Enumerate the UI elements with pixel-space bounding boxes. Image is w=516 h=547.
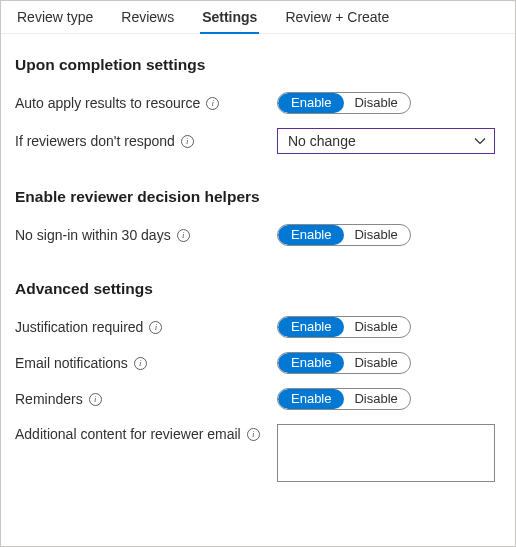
row-auto-apply: Auto apply results to resource Enable Di… — [15, 92, 501, 114]
info-icon[interactable] — [177, 229, 190, 242]
section-helpers-title: Enable reviewer decision helpers — [15, 188, 501, 206]
row-email-notif: Email notifications Enable Disable — [15, 352, 501, 374]
row-reminders: Reminders Enable Disable — [15, 388, 501, 410]
info-icon[interactable] — [149, 321, 162, 334]
tab-review-create[interactable]: Review + Create — [283, 5, 391, 33]
toggle-no-signin[interactable]: Enable Disable — [277, 224, 411, 246]
toggle-off: Disable — [344, 317, 409, 337]
row-justification: Justification required Enable Disable — [15, 316, 501, 338]
toggle-off: Disable — [344, 93, 409, 113]
toggle-on: Enable — [278, 93, 344, 113]
toggle-off: Disable — [344, 225, 409, 245]
toggle-off: Disable — [344, 353, 409, 373]
textarea-additional-content[interactable] — [277, 424, 495, 482]
label-no-signin: No sign-in within 30 days — [15, 227, 171, 243]
select-no-respond[interactable]: No change — [277, 128, 495, 154]
toggle-on: Enable — [278, 225, 344, 245]
info-icon[interactable] — [247, 428, 260, 441]
label-additional-content: Additional content for reviewer email — [15, 426, 241, 442]
row-additional-content: Additional content for reviewer email — [15, 424, 501, 482]
label-no-respond: If reviewers don't respond — [15, 133, 175, 149]
chevron-down-icon — [474, 135, 486, 147]
section-advanced-title: Advanced settings — [15, 280, 501, 298]
toggle-on: Enable — [278, 353, 344, 373]
label-auto-apply: Auto apply results to resource — [15, 95, 200, 111]
tab-settings[interactable]: Settings — [200, 5, 259, 33]
row-no-signin: No sign-in within 30 days Enable Disable — [15, 224, 501, 246]
toggle-auto-apply[interactable]: Enable Disable — [277, 92, 411, 114]
tab-reviews[interactable]: Reviews — [119, 5, 176, 33]
select-no-respond-value: No change — [288, 133, 356, 149]
toggle-on: Enable — [278, 389, 344, 409]
toggle-justification[interactable]: Enable Disable — [277, 316, 411, 338]
info-icon[interactable] — [206, 97, 219, 110]
toggle-off: Disable — [344, 389, 409, 409]
row-no-respond: If reviewers don't respond No change — [15, 128, 501, 154]
toggle-email-notif[interactable]: Enable Disable — [277, 352, 411, 374]
toggle-reminders[interactable]: Enable Disable — [277, 388, 411, 410]
label-justification: Justification required — [15, 319, 143, 335]
label-reminders: Reminders — [15, 391, 83, 407]
section-completion-title: Upon completion settings — [15, 56, 501, 74]
label-email-notif: Email notifications — [15, 355, 128, 371]
content-area: Upon completion settings Auto apply resu… — [1, 34, 515, 510]
info-icon[interactable] — [134, 357, 147, 370]
toggle-on: Enable — [278, 317, 344, 337]
info-icon[interactable] — [89, 393, 102, 406]
info-icon[interactable] — [181, 135, 194, 148]
tab-bar: Review type Reviews Settings Review + Cr… — [1, 1, 515, 34]
settings-panel: Review type Reviews Settings Review + Cr… — [0, 0, 516, 547]
tab-review-type[interactable]: Review type — [15, 5, 95, 33]
